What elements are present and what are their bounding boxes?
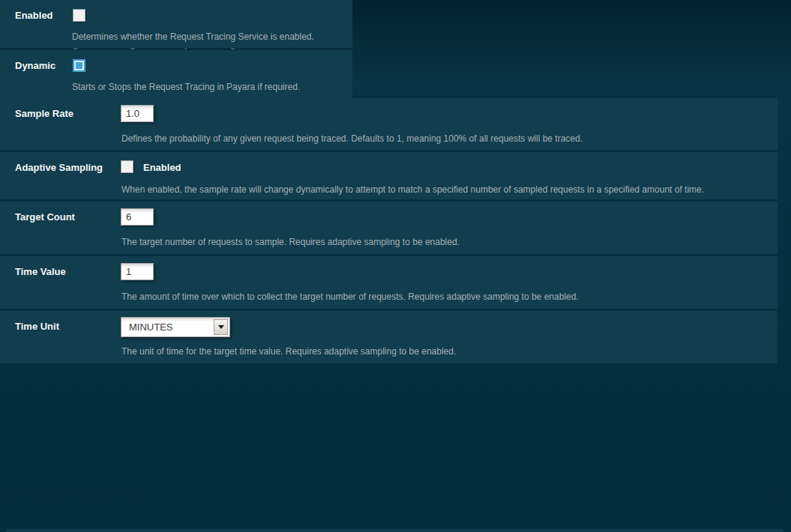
adaptive-sampling-row: Adaptive Sampling Enabled When enabled, …	[0, 152, 778, 199]
sample-rate-description: Defines the probability of any given req…	[121, 133, 583, 144]
enabled-checkbox[interactable]	[73, 9, 85, 22]
adaptive-sampling-checkbox[interactable]	[121, 160, 133, 173]
target-count-row: Target Count The target number of reques…	[0, 202, 778, 254]
adaptive-sampling-checkbox-label: Enabled	[143, 162, 181, 173]
target-count-label: Target Count	[15, 211, 75, 223]
sample-rate-input[interactable]	[121, 105, 154, 122]
time-unit-dropdown-button[interactable]	[214, 319, 228, 335]
time-value-label: Time Value	[15, 266, 66, 277]
sample-rate-row: Sample Rate Defines the probability of a…	[0, 98, 778, 150]
dynamic-label: Dynamic	[15, 60, 55, 71]
time-unit-description: The unit of time for the target time val…	[121, 346, 456, 357]
adaptive-sampling-label: Adaptive Sampling	[15, 162, 103, 173]
time-unit-select[interactable]: MINUTES	[121, 317, 230, 337]
sampling-options-panel: Sample Rate Defines the probability of a…	[0, 98, 778, 363]
dynamic-row: Dynamic Starts or Stops the Request Trac…	[0, 50, 352, 98]
chevron-down-icon	[218, 325, 224, 329]
time-unit-label: Time Unit	[15, 321, 59, 332]
time-unit-selected-value: MINUTES	[121, 321, 173, 333]
time-value-description: The amount of time over which to collect…	[121, 291, 579, 302]
time-value-input[interactable]	[121, 263, 154, 280]
dynamic-checkbox[interactable]	[74, 61, 84, 70]
target-count-input[interactable]	[121, 208, 154, 226]
dynamic-description: Starts or Stops the Request Tracing in P…	[72, 82, 300, 92]
time-value-row: Time Value The amount of time over which…	[0, 256, 778, 309]
target-count-description: The target number of requests to sample.…	[121, 237, 460, 247]
sample-rate-label: Sample Rate	[15, 108, 73, 119]
time-unit-row: Time Unit MINUTES The unit of time for t…	[0, 311, 778, 363]
enabled-description: Determines whether the Request Tracing S…	[72, 31, 314, 42]
enabled-row: Enabled Determines whether the Request T…	[0, 0, 352, 48]
adaptive-sampling-description: When enabled, the sample rate will chang…	[121, 184, 704, 195]
next-panel-edge	[6, 529, 784, 532]
enabled-label: Enabled	[15, 10, 53, 21]
